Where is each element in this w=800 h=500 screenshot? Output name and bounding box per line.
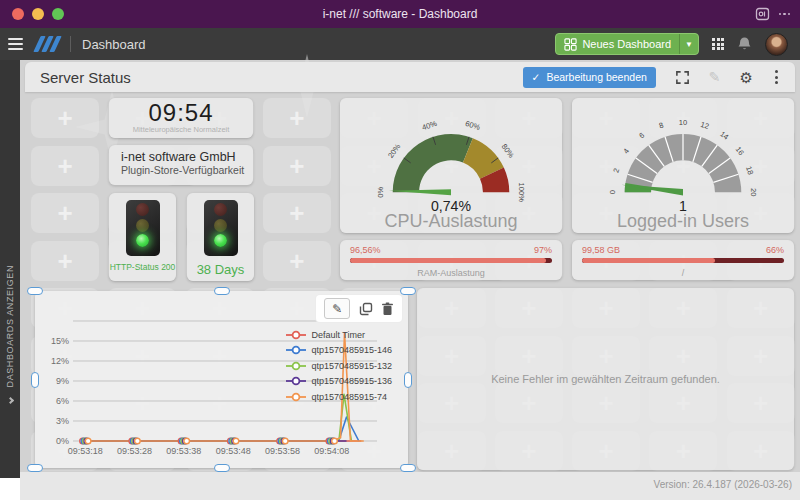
legend-item[interactable]: Default Timer: [286, 327, 392, 343]
traffic-light-days-widget[interactable]: 38 Days: [187, 193, 254, 281]
chart-widget-selected[interactable]: ✎ 0%3%6%9%12%15%09:53:1809:53:2809:53:38…: [35, 291, 408, 468]
svg-text:09:53:28: 09:53:28: [117, 446, 152, 456]
svg-text:16: 16: [734, 145, 746, 157]
version-label: Version: 26.4.187 (2026-03-26): [654, 479, 792, 490]
svg-text:60%: 60%: [464, 119, 481, 132]
resize-handle-bottom-center[interactable]: [214, 464, 230, 472]
svg-text:20: 20: [749, 188, 758, 196]
resize-handle-mid-left[interactable]: [31, 372, 39, 388]
sidebar-label: DASHBOARDS ANZEIGEN: [5, 265, 15, 387]
svg-text:12%: 12%: [51, 356, 69, 366]
cpu-gauge-widget[interactable]: 0%20%40%60%80%100% 0,74% CPU-Auslastung: [340, 98, 562, 233]
legend-item[interactable]: qtp1570485915-146: [286, 343, 392, 359]
delete-trash-icon[interactable]: [381, 302, 394, 316]
inet-logo[interactable]: [37, 36, 58, 52]
minimize-window-button[interactable]: [32, 8, 44, 20]
svg-text:09:53:38: 09:53:38: [166, 446, 201, 456]
resize-handle-top-left[interactable]: [27, 287, 43, 295]
resize-handle-bottom-right[interactable]: [400, 464, 416, 472]
disk-percent: 66%: [766, 245, 784, 255]
menu-icon[interactable]: [8, 38, 23, 50]
add-widget-cell[interactable]: +: [263, 241, 331, 281]
new-dashboard-button[interactable]: Neues Dashboard ▼: [555, 33, 699, 55]
app-launcher-icon[interactable]: [712, 38, 724, 50]
fullscreen-icon[interactable]: [675, 70, 690, 85]
disk-value: 99,58 GB: [582, 245, 620, 255]
svg-text:100%: 100%: [517, 183, 526, 203]
app-title: Dashboard: [82, 37, 146, 52]
check-icon: ✓: [532, 71, 541, 83]
add-widget-cell[interactable]: +: [31, 146, 99, 186]
add-widget-cell[interactable]: +: [31, 98, 99, 138]
svg-text:4: 4: [621, 147, 631, 156]
disk-bar-track: [582, 258, 784, 263]
edit-pencil-icon[interactable]: ✎: [324, 298, 350, 319]
clock-time: 09:54: [109, 100, 253, 125]
disk-bar-title: /: [582, 268, 784, 278]
add-widget-cell[interactable]: +: [263, 146, 331, 186]
edit-pencil-icon-disabled: ✎: [709, 70, 721, 84]
add-widget-cell[interactable]: +: [31, 241, 99, 281]
divider: [70, 36, 71, 52]
chart-widget-toolbar: ✎: [316, 295, 402, 322]
traffic-light-http-widget[interactable]: HTTP-Status 200: [109, 193, 176, 281]
svg-text:15%: 15%: [51, 336, 69, 346]
svg-text:10: 10: [679, 118, 687, 127]
more-options-icon[interactable]: [772, 70, 781, 84]
legend-item[interactable]: qtp1570485915-132: [286, 358, 392, 374]
users-gauge-widget[interactable]: 02468101214161820 1 Logged-in Users: [572, 98, 794, 233]
app-navbar: Dashboard Neues Dashboard ▼: [0, 28, 800, 60]
settings-gear-icon[interactable]: ⚙: [740, 70, 753, 85]
zoom-window-button[interactable]: [52, 8, 64, 20]
traffic-light-http-label: HTTP-Status 200: [110, 262, 176, 272]
chevron-right-icon: [6, 397, 13, 404]
plus-icon: +: [57, 248, 72, 274]
resize-handle-top-right[interactable]: [400, 287, 416, 295]
add-widget-cell[interactable]: +: [31, 193, 99, 233]
ram-bar-track: [350, 258, 552, 263]
svg-text:14: 14: [718, 129, 730, 141]
svg-text:2: 2: [611, 167, 621, 174]
new-dashboard-caret[interactable]: ▼: [679, 34, 698, 54]
errors-panel-widget[interactable]: Keine Fehler im gewählten Zeitraum gefun…: [417, 288, 794, 470]
plus-icon: +: [289, 105, 304, 131]
svg-text:9%: 9%: [56, 376, 69, 386]
close-window-button[interactable]: [12, 8, 24, 20]
duplicate-icon[interactable]: [359, 302, 373, 316]
svg-text:0: 0: [608, 190, 617, 194]
svg-text:09:53:58: 09:53:58: [265, 446, 300, 456]
svg-text:20%: 20%: [386, 142, 402, 160]
ram-bar-widget[interactable]: 96,56% 97% RAM-Auslastung: [340, 240, 562, 280]
resize-handle-mid-right[interactable]: [404, 372, 412, 388]
user-avatar[interactable]: [765, 33, 788, 56]
svg-text:8: 8: [658, 121, 665, 131]
tab-overview-icon[interactable]: [755, 7, 770, 21]
cpu-gauge: 0%20%40%60%80%100% 0,74%: [357, 98, 545, 215]
add-widget-cell[interactable]: +: [263, 193, 331, 233]
ram-value: 96,56%: [350, 245, 381, 255]
availability-widget[interactable]: i-net software GmbH Plugin-Store-Verfügb…: [109, 145, 253, 185]
chart-legend: Default Timerqtp1570485915-146qtp1570485…: [286, 327, 392, 405]
plus-icon: +: [57, 105, 72, 131]
window-title: i-net /// software - Dashboard: [0, 7, 800, 21]
finish-editing-button[interactable]: ✓ Bearbeitung beenden: [523, 67, 656, 88]
traffic-light-icon: [204, 200, 238, 256]
add-widget-cell[interactable]: +: [263, 98, 331, 138]
dashboards-sidebar[interactable]: DASHBOARDS ANZEIGEN: [0, 60, 20, 478]
dashboard-canvas: ++++++++++++++++++++++++++++++++++++++++…: [20, 60, 800, 500]
plus-icon: +: [57, 153, 72, 179]
legend-item[interactable]: qtp1570485915-74: [286, 389, 392, 405]
errors-message: Keine Fehler im gewählten Zeitraum gefun…: [491, 373, 720, 385]
svg-text:12: 12: [699, 120, 710, 131]
users-gauge: 02468101214161820 1: [589, 98, 777, 215]
ram-bar-title: RAM-Auslastung: [350, 268, 552, 278]
svg-text:0%: 0%: [56, 436, 69, 446]
clock-widget[interactable]: 09:54 Mitteleuropäische Normalzeit: [109, 98, 253, 138]
resize-handle-bottom-left[interactable]: [27, 464, 43, 472]
notifications-bell-icon[interactable]: [737, 36, 752, 52]
svg-text:6: 6: [637, 131, 646, 141]
disk-bar-widget[interactable]: 99,58 GB 66% /: [572, 240, 794, 280]
resize-handle-top-center[interactable]: [214, 287, 230, 295]
legend-item[interactable]: qtp1570485915-136: [286, 374, 392, 390]
titlebar-more-icon[interactable]: [779, 13, 791, 16]
